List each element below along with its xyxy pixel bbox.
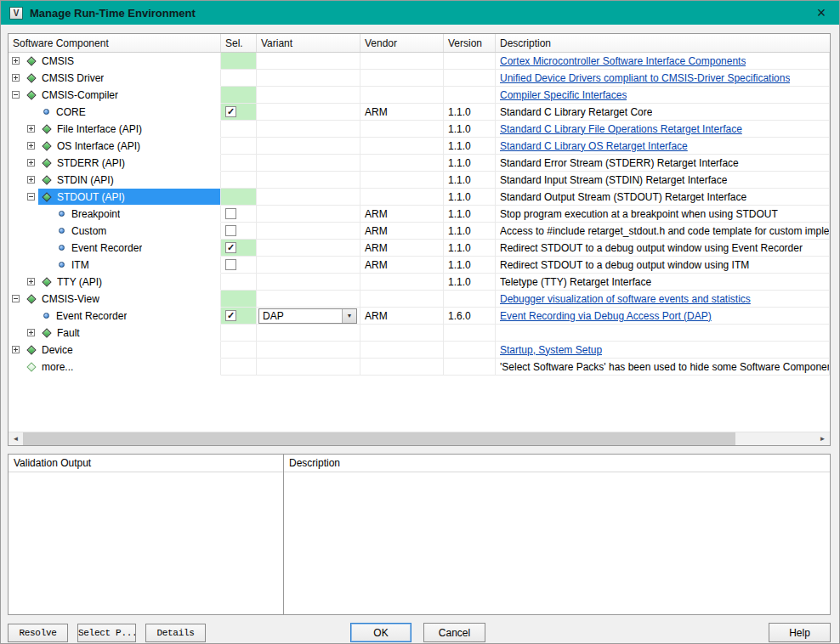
tree-node[interactable]: STDIN (API) xyxy=(38,172,220,188)
scroll-right-icon[interactable]: ► xyxy=(815,432,830,445)
expand-icon[interactable] xyxy=(27,142,35,150)
table-row: STDIN (API)1.1.0Standard Input Stream (S… xyxy=(9,172,830,189)
variant-cell xyxy=(257,325,360,342)
version-cell xyxy=(444,359,496,376)
tree-item-label: OS Interface (API) xyxy=(57,140,140,152)
scrollbar-thumb[interactable] xyxy=(23,432,735,445)
description-link[interactable]: Standard C Library OS Retarget Interface xyxy=(500,140,688,152)
tree-node[interactable]: OS Interface (API) xyxy=(38,138,220,154)
tree-node[interactable]: ITM xyxy=(54,257,220,273)
description-link[interactable]: Cortex Microcontroller Software Interfac… xyxy=(500,55,746,67)
vendor-cell xyxy=(360,172,444,189)
help-button[interactable]: Help xyxy=(769,623,831,642)
collapse-icon[interactable] xyxy=(27,193,35,201)
sel-cell xyxy=(221,257,257,274)
description-link[interactable]: Startup, System Setup xyxy=(500,344,602,356)
tree-cell: CMSIS xyxy=(9,53,221,70)
description-link[interactable]: Compiler Specific Interfaces xyxy=(500,89,627,101)
description-link[interactable]: Debugger visualization of software event… xyxy=(500,293,751,305)
tree-node[interactable]: CMSIS xyxy=(23,53,220,69)
close-icon[interactable]: × xyxy=(812,5,831,20)
description-link[interactable]: Event Recording via Debug Access Port (D… xyxy=(500,310,712,322)
sel-cell xyxy=(221,53,257,70)
tree-node[interactable]: CORE xyxy=(38,104,220,120)
sel-cell xyxy=(221,189,257,206)
tree-node[interactable]: Breakpoint xyxy=(54,206,220,222)
tree-cell: Event Recorder xyxy=(9,240,221,257)
collapse-icon[interactable] xyxy=(12,295,20,302)
description-text: 'Select Software Packs' has been used to… xyxy=(500,361,829,373)
expand-icon[interactable] xyxy=(27,278,35,285)
column-header-description: Description xyxy=(496,34,830,52)
tree-cell: STDERR (API) xyxy=(9,155,221,172)
component-icon xyxy=(26,294,36,303)
component-checkbox[interactable]: ✓ xyxy=(225,310,236,321)
tree-cell: Device xyxy=(9,342,221,359)
tree-item-label: STDIN (API) xyxy=(57,174,114,186)
cancel-button[interactable]: Cancel xyxy=(423,623,485,642)
horizontal-scrollbar[interactable]: ◄ ► xyxy=(9,432,830,445)
sel-cell xyxy=(221,274,257,291)
description-cell: Stop program execution at a breakpoint w… xyxy=(496,206,830,223)
description-content xyxy=(284,472,830,614)
combo-dropdown-icon[interactable]: ▼ xyxy=(342,309,356,323)
collapse-icon[interactable] xyxy=(12,91,20,99)
version-cell xyxy=(444,291,496,308)
expand-icon[interactable] xyxy=(27,329,35,336)
tree-node[interactable]: Event Recorder xyxy=(38,308,220,324)
scroll-left-icon[interactable]: ◄ xyxy=(9,432,23,445)
vendor-cell xyxy=(360,87,444,104)
sel-cell xyxy=(221,87,257,104)
expand-icon[interactable] xyxy=(12,74,20,82)
tree-node[interactable]: CMSIS-View xyxy=(23,291,220,307)
expand-icon[interactable] xyxy=(12,346,20,353)
vendor-cell: ARM xyxy=(360,308,444,325)
component-checkbox[interactable]: ✓ xyxy=(225,106,236,117)
description-link[interactable]: Unified Device Drivers compliant to CMSI… xyxy=(500,72,790,84)
expand-icon[interactable] xyxy=(27,176,35,184)
component-icon xyxy=(42,328,51,337)
select-packs-button[interactable]: Select P... xyxy=(77,624,136,642)
tree-node[interactable]: Custom xyxy=(54,223,220,239)
expand-icon[interactable] xyxy=(27,159,35,167)
component-checkbox[interactable] xyxy=(225,208,236,219)
tree-node[interactable]: more... xyxy=(23,359,220,375)
tree-node[interactable]: STDERR (API) xyxy=(38,155,220,171)
tree-node[interactable]: Fault xyxy=(38,325,220,341)
sel-cell xyxy=(221,121,257,138)
ok-button[interactable]: OK xyxy=(350,623,411,642)
variant-combobox[interactable]: DAP▼ xyxy=(258,308,357,324)
vendor-cell xyxy=(360,138,444,155)
tree-node[interactable]: CMSIS Driver xyxy=(23,70,220,86)
description-text: Standard Input Stream (STDIN) Retarget I… xyxy=(500,174,727,186)
tree-node[interactable]: File Interface (API) xyxy=(38,121,220,137)
variant-cell xyxy=(257,359,360,376)
tree-cell: STDOUT (API) xyxy=(9,189,221,206)
component-checkbox[interactable]: ✓ xyxy=(225,242,236,253)
table-row: TTY (API)1.1.0Teletype (TTY) Retarget In… xyxy=(9,274,830,291)
expand-icon[interactable] xyxy=(27,125,35,133)
tree-item-label: CORE xyxy=(56,106,86,118)
description-link[interactable]: Standard C Library File Operations Retar… xyxy=(500,123,742,135)
tree-node[interactable]: Device xyxy=(23,342,220,358)
component-checkbox[interactable] xyxy=(225,225,236,236)
tree-node[interactable]: TTY (API) xyxy=(38,274,220,290)
column-header-vendor: Vendor xyxy=(360,34,444,52)
description-text: Standard C Library Retarget Core xyxy=(500,106,652,118)
variant-cell xyxy=(257,53,360,70)
description-cell: Teletype (TTY) Retarget Interface xyxy=(496,274,830,291)
resolve-button[interactable]: Resolve xyxy=(8,624,68,642)
tree-item-label: CMSIS-View xyxy=(42,293,99,305)
description-text: Redirect STDOUT to a debug output window… xyxy=(500,242,803,254)
sel-cell xyxy=(221,172,257,189)
expand-icon[interactable] xyxy=(12,57,20,65)
tree-node[interactable]: STDOUT (API) xyxy=(38,189,220,205)
component-checkbox[interactable] xyxy=(225,259,236,270)
tree-node[interactable]: CMSIS-Compiler xyxy=(23,87,220,103)
version-cell: 1.1.0 xyxy=(444,223,496,240)
tree-item-label: Event Recorder xyxy=(71,242,142,254)
details-button[interactable]: Details xyxy=(145,624,206,642)
tree-node[interactable]: Event Recorder xyxy=(54,240,220,256)
vendor-cell xyxy=(360,291,444,308)
version-cell xyxy=(444,87,496,104)
